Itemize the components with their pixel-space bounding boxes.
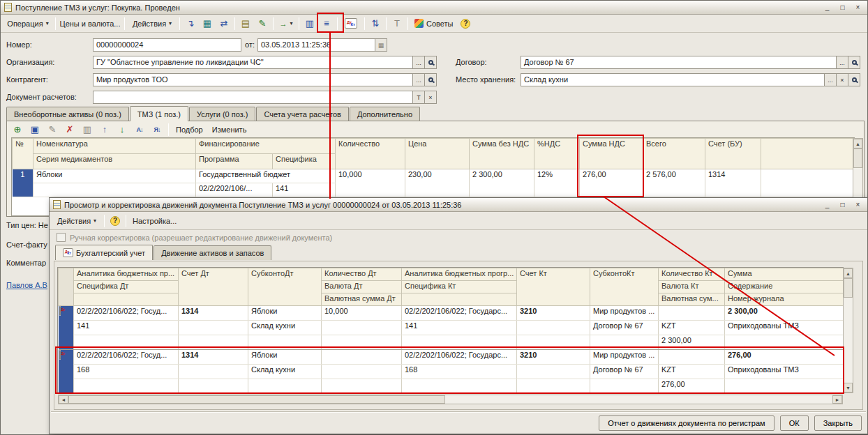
refresh-icon[interactable]: ⇄ <box>216 16 232 31</box>
specifics-kt-cell[interactable]: 168 <box>402 365 517 379</box>
storage-field[interactable]: Склад кухни ... × <box>521 73 860 86</box>
choose-button[interactable]: ... <box>837 56 848 69</box>
analytics-dt-cell[interactable]: 02/2/202/106/022; Госуд... <box>74 350 179 365</box>
subconto-kt2-cell[interactable]: Договор № 67 <box>590 321 659 335</box>
currency-kt-cell[interactable]: KZT <box>659 365 725 379</box>
sum-cell[interactable]: 2 300,00 <box>725 306 844 321</box>
content-cell[interactable]: Оприходованы ТМЗ <box>725 321 844 335</box>
qty-dt-cell[interactable] <box>322 350 402 365</box>
posting-row[interactable]: 168 Склад кухни 168 Договор № 67 KZT Опр… <box>59 365 844 379</box>
sum-cell[interactable]: 276,00 <box>725 350 844 365</box>
account-dt-cell[interactable]: 1314 <box>179 306 248 321</box>
number-field[interactable]: 00000000024 <box>93 38 241 52</box>
specifics-dt-cell[interactable]: 168 <box>74 365 179 379</box>
sum-no-vat-cell[interactable]: 2 300,00 <box>470 169 534 197</box>
close-icon[interactable]: × <box>852 199 864 210</box>
text-filter-icon[interactable]: Т <box>389 16 405 31</box>
ok-button[interactable]: ОК <box>780 415 809 431</box>
organization-field[interactable]: ГУ "Областное управление по ликвидации Ч… <box>93 56 437 69</box>
close-button[interactable]: Закрыть <box>814 415 862 431</box>
help-button[interactable]: ? <box>458 16 473 31</box>
organization-value[interactable]: ГУ "Областное управление по ликвидации Ч… <box>93 56 413 69</box>
registers-report-button[interactable]: Отчет о движениях документа по регистрам <box>599 415 775 431</box>
currency-dt-cell[interactable] <box>322 321 402 335</box>
posting-row[interactable]: Дт Кт 02/2/202/106/022; Госуд... 1314 Яб… <box>59 306 844 321</box>
open-icon[interactable] <box>848 73 860 86</box>
contragent-field[interactable]: Мир продуктов ТОО ... <box>93 73 437 86</box>
empty-cell[interactable] <box>517 321 590 335</box>
vat-percent-cell[interactable]: 12% <box>534 169 580 197</box>
choose-button[interactable]: ... <box>413 56 425 69</box>
settings-button[interactable]: Настройка... <box>129 213 180 229</box>
currency-sum-kt-cell[interactable]: 2 300,00 <box>659 335 725 350</box>
manual-correction-checkbox[interactable] <box>57 233 66 242</box>
table-row[interactable]: 1 Яблоки Государственный бюджет 10,000 2… <box>13 169 855 183</box>
nomenclature-cell[interactable]: Яблоки <box>33 169 196 183</box>
minimize-icon[interactable]: _ <box>821 2 833 13</box>
author-link[interactable]: Павлов А.В <box>6 281 47 289</box>
empty-cell[interactable] <box>517 335 590 350</box>
program-code-cell[interactable]: 02/2/202/106/... <box>196 183 273 197</box>
analytics-kt-cell[interactable]: 02/2/202/106/022; Государс... <box>402 350 517 365</box>
settlement-doc-field[interactable]: Т × <box>93 91 437 104</box>
empty-cell[interactable] <box>248 335 322 350</box>
empty-cell[interactable] <box>248 379 322 394</box>
operation-menu-button[interactable]: Операция ▾ <box>3 16 52 31</box>
subconto-kt2-cell[interactable]: Договор № 67 <box>590 365 659 379</box>
empty-cell[interactable] <box>590 335 659 350</box>
series-cell[interactable] <box>33 183 196 197</box>
subconto-kt-cell[interactable]: Мир продуктов ... <box>590 306 659 321</box>
qty-cell[interactable]: 10,000 <box>336 169 405 197</box>
empty-cell[interactable] <box>179 335 248 350</box>
pick-button[interactable]: Подбор <box>172 122 207 137</box>
movements-horizontal-scrollbar[interactable]: ◄ ► <box>58 395 843 404</box>
journal-cell[interactable] <box>725 335 844 350</box>
qty-kt-cell[interactable] <box>659 306 725 321</box>
posting-icon-cell[interactable]: Дт Кт <box>59 350 74 394</box>
output-list-icon[interactable]: ↴ <box>183 16 198 31</box>
maximize-icon[interactable]: □ <box>837 199 848 210</box>
qty-dt-cell[interactable]: 10,000 <box>322 306 402 321</box>
requisites-icon[interactable]: ▥ <box>80 122 95 137</box>
delete-row-icon[interactable]: ✗ <box>62 122 77 137</box>
close-icon[interactable]: × <box>852 2 864 13</box>
add-row-icon[interactable]: ⊕ <box>10 122 25 137</box>
account-cell[interactable]: 1314 <box>705 169 761 197</box>
posting-row[interactable]: 276,00 <box>59 379 844 394</box>
text-button[interactable]: Т <box>413 91 425 104</box>
contract-field[interactable]: Договор № 67 ... <box>521 56 860 69</box>
empty-cell[interactable] <box>74 335 179 350</box>
actions-menu-button[interactable]: Действия ▾ <box>52 213 101 229</box>
contract-value[interactable]: Договор № 67 <box>521 56 837 69</box>
number-value[interactable]: 00000000024 <box>93 38 241 52</box>
specifics-dt-cell[interactable]: 141 <box>74 321 179 335</box>
qty-kt-cell[interactable] <box>659 350 725 365</box>
posting-row[interactable]: 2 300,00 <box>59 335 844 350</box>
sort-icon[interactable]: ⇅ <box>368 16 383 31</box>
scroll-down-icon[interactable]: ▼ <box>844 383 853 392</box>
actions-menu-button[interactable]: Действия ▾ <box>128 16 177 31</box>
show-list-icon[interactable]: ▦ <box>200 16 215 31</box>
journal-cell[interactable] <box>725 379 844 394</box>
scroll-up-icon[interactable]: ▲ <box>844 268 853 278</box>
empty-cell[interactable] <box>179 365 248 379</box>
scroll-thumb[interactable] <box>853 148 862 168</box>
change-button[interactable]: Изменить <box>209 122 250 137</box>
move-down-icon[interactable]: ↓ <box>114 122 130 137</box>
maximize-icon[interactable]: □ <box>837 2 848 13</box>
empty-cell[interactable] <box>402 379 517 394</box>
subconto-dt2-cell[interactable]: Склад кухни <box>248 321 322 335</box>
currency-sum-dt-cell[interactable] <box>322 335 402 350</box>
analytics-dt-cell[interactable]: 02/2/202/106/022; Госуд... <box>74 306 179 321</box>
open-icon[interactable] <box>425 56 437 69</box>
open-icon[interactable] <box>848 56 860 69</box>
tab-services[interactable]: Услуги (0 поз.) <box>189 107 255 121</box>
posting-icon-cell[interactable]: Дт Кт <box>59 306 74 350</box>
clear-icon[interactable]: × <box>837 73 848 86</box>
financing-cell[interactable]: Государственный бюджет <box>196 169 336 183</box>
tab-noncurrent-assets[interactable]: Внеоборотные активы (0 поз.) <box>6 107 129 121</box>
content-cell[interactable]: Оприходованы ТМЗ <box>725 365 844 379</box>
tab-assets-movement[interactable]: Движение активов и запасов <box>154 245 271 260</box>
empty-cell[interactable] <box>179 379 248 394</box>
currency-sum-dt-cell[interactable] <box>322 379 402 394</box>
